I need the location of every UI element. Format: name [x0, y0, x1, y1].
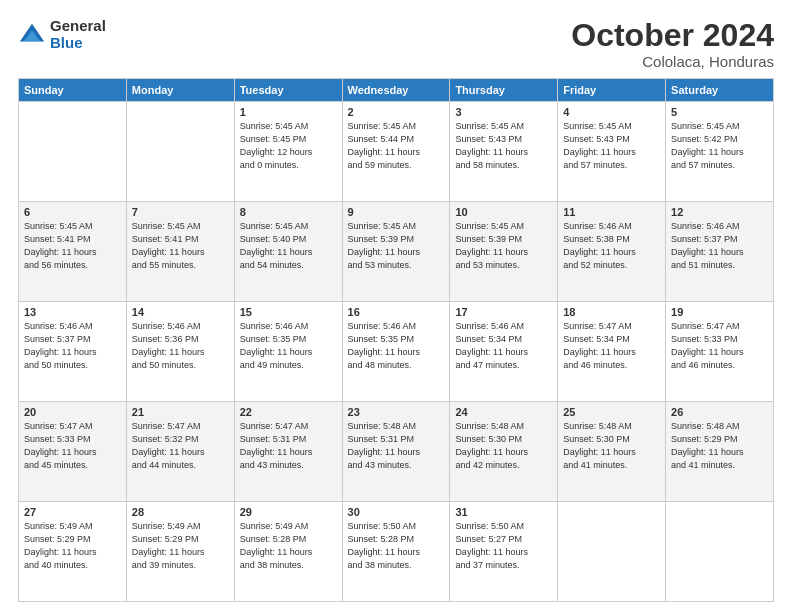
day-number: 2 [348, 106, 445, 118]
title-block: October 2024 Cololaca, Honduras [571, 18, 774, 70]
calendar-cell: 16Sunrise: 5:46 AMSunset: 5:35 PMDayligh… [342, 302, 450, 402]
day-number: 18 [563, 306, 660, 318]
day-number: 10 [455, 206, 552, 218]
location: Cololaca, Honduras [571, 53, 774, 70]
calendar-cell [126, 102, 234, 202]
header-friday: Friday [558, 79, 666, 102]
day-info: Sunrise: 5:49 AMSunset: 5:28 PMDaylight:… [240, 520, 337, 572]
day-info: Sunrise: 5:48 AMSunset: 5:30 PMDaylight:… [455, 420, 552, 472]
day-info: Sunrise: 5:45 AMSunset: 5:44 PMDaylight:… [348, 120, 445, 172]
calendar-cell [19, 102, 127, 202]
day-number: 11 [563, 206, 660, 218]
calendar-cell: 8Sunrise: 5:45 AMSunset: 5:40 PMDaylight… [234, 202, 342, 302]
calendar-cell: 15Sunrise: 5:46 AMSunset: 5:35 PMDayligh… [234, 302, 342, 402]
day-info: Sunrise: 5:50 AMSunset: 5:27 PMDaylight:… [455, 520, 552, 572]
day-number: 14 [132, 306, 229, 318]
logo: General Blue [18, 18, 106, 51]
day-number: 5 [671, 106, 768, 118]
calendar-cell: 2Sunrise: 5:45 AMSunset: 5:44 PMDaylight… [342, 102, 450, 202]
day-info: Sunrise: 5:47 AMSunset: 5:31 PMDaylight:… [240, 420, 337, 472]
day-number: 25 [563, 406, 660, 418]
calendar-cell: 30Sunrise: 5:50 AMSunset: 5:28 PMDayligh… [342, 502, 450, 602]
calendar-cell: 27Sunrise: 5:49 AMSunset: 5:29 PMDayligh… [19, 502, 127, 602]
calendar-cell: 31Sunrise: 5:50 AMSunset: 5:27 PMDayligh… [450, 502, 558, 602]
day-number: 30 [348, 506, 445, 518]
day-info: Sunrise: 5:48 AMSunset: 5:30 PMDaylight:… [563, 420, 660, 472]
calendar-cell [558, 502, 666, 602]
day-info: Sunrise: 5:47 AMSunset: 5:32 PMDaylight:… [132, 420, 229, 472]
calendar-cell: 14Sunrise: 5:46 AMSunset: 5:36 PMDayligh… [126, 302, 234, 402]
calendar-cell: 12Sunrise: 5:46 AMSunset: 5:37 PMDayligh… [666, 202, 774, 302]
day-info: Sunrise: 5:47 AMSunset: 5:33 PMDaylight:… [24, 420, 121, 472]
day-info: Sunrise: 5:47 AMSunset: 5:33 PMDaylight:… [671, 320, 768, 372]
calendar-cell: 28Sunrise: 5:49 AMSunset: 5:29 PMDayligh… [126, 502, 234, 602]
day-number: 1 [240, 106, 337, 118]
calendar-cell: 5Sunrise: 5:45 AMSunset: 5:42 PMDaylight… [666, 102, 774, 202]
day-info: Sunrise: 5:50 AMSunset: 5:28 PMDaylight:… [348, 520, 445, 572]
day-number: 12 [671, 206, 768, 218]
day-number: 31 [455, 506, 552, 518]
calendar-cell: 6Sunrise: 5:45 AMSunset: 5:41 PMDaylight… [19, 202, 127, 302]
day-number: 21 [132, 406, 229, 418]
calendar-week-2: 6Sunrise: 5:45 AMSunset: 5:41 PMDaylight… [19, 202, 774, 302]
page: General Blue October 2024 Cololaca, Hond… [0, 0, 792, 612]
day-info: Sunrise: 5:46 AMSunset: 5:35 PMDaylight:… [348, 320, 445, 372]
header-thursday: Thursday [450, 79, 558, 102]
day-info: Sunrise: 5:45 AMSunset: 5:43 PMDaylight:… [455, 120, 552, 172]
header-tuesday: Tuesday [234, 79, 342, 102]
day-number: 6 [24, 206, 121, 218]
calendar-cell: 11Sunrise: 5:46 AMSunset: 5:38 PMDayligh… [558, 202, 666, 302]
day-info: Sunrise: 5:46 AMSunset: 5:37 PMDaylight:… [671, 220, 768, 272]
calendar-cell: 25Sunrise: 5:48 AMSunset: 5:30 PMDayligh… [558, 402, 666, 502]
calendar-cell: 7Sunrise: 5:45 AMSunset: 5:41 PMDaylight… [126, 202, 234, 302]
calendar-week-5: 27Sunrise: 5:49 AMSunset: 5:29 PMDayligh… [19, 502, 774, 602]
calendar-cell: 10Sunrise: 5:45 AMSunset: 5:39 PMDayligh… [450, 202, 558, 302]
calendar-week-3: 13Sunrise: 5:46 AMSunset: 5:37 PMDayligh… [19, 302, 774, 402]
calendar-cell: 29Sunrise: 5:49 AMSunset: 5:28 PMDayligh… [234, 502, 342, 602]
day-info: Sunrise: 5:45 AMSunset: 5:45 PMDaylight:… [240, 120, 337, 172]
day-info: Sunrise: 5:46 AMSunset: 5:35 PMDaylight:… [240, 320, 337, 372]
header-saturday: Saturday [666, 79, 774, 102]
month-title: October 2024 [571, 18, 774, 53]
day-info: Sunrise: 5:46 AMSunset: 5:38 PMDaylight:… [563, 220, 660, 272]
calendar-cell: 21Sunrise: 5:47 AMSunset: 5:32 PMDayligh… [126, 402, 234, 502]
day-number: 24 [455, 406, 552, 418]
day-number: 3 [455, 106, 552, 118]
day-info: Sunrise: 5:45 AMSunset: 5:39 PMDaylight:… [348, 220, 445, 272]
header-monday: Monday [126, 79, 234, 102]
calendar-cell: 4Sunrise: 5:45 AMSunset: 5:43 PMDaylight… [558, 102, 666, 202]
calendar-cell: 18Sunrise: 5:47 AMSunset: 5:34 PMDayligh… [558, 302, 666, 402]
calendar-cell: 26Sunrise: 5:48 AMSunset: 5:29 PMDayligh… [666, 402, 774, 502]
day-number: 20 [24, 406, 121, 418]
day-number: 28 [132, 506, 229, 518]
day-number: 17 [455, 306, 552, 318]
day-info: Sunrise: 5:45 AMSunset: 5:43 PMDaylight:… [563, 120, 660, 172]
calendar-cell [666, 502, 774, 602]
day-info: Sunrise: 5:45 AMSunset: 5:40 PMDaylight:… [240, 220, 337, 272]
calendar-table: Sunday Monday Tuesday Wednesday Thursday… [18, 78, 774, 602]
header: General Blue October 2024 Cololaca, Hond… [18, 18, 774, 70]
day-number: 9 [348, 206, 445, 218]
day-number: 29 [240, 506, 337, 518]
calendar-cell: 19Sunrise: 5:47 AMSunset: 5:33 PMDayligh… [666, 302, 774, 402]
weekday-header-row: Sunday Monday Tuesday Wednesday Thursday… [19, 79, 774, 102]
logo-blue-text: Blue [50, 35, 106, 52]
calendar-cell: 17Sunrise: 5:46 AMSunset: 5:34 PMDayligh… [450, 302, 558, 402]
day-number: 23 [348, 406, 445, 418]
calendar-cell: 13Sunrise: 5:46 AMSunset: 5:37 PMDayligh… [19, 302, 127, 402]
day-info: Sunrise: 5:48 AMSunset: 5:31 PMDaylight:… [348, 420, 445, 472]
calendar-cell: 9Sunrise: 5:45 AMSunset: 5:39 PMDaylight… [342, 202, 450, 302]
day-number: 15 [240, 306, 337, 318]
header-sunday: Sunday [19, 79, 127, 102]
day-number: 26 [671, 406, 768, 418]
day-info: Sunrise: 5:49 AMSunset: 5:29 PMDaylight:… [132, 520, 229, 572]
day-info: Sunrise: 5:49 AMSunset: 5:29 PMDaylight:… [24, 520, 121, 572]
day-info: Sunrise: 5:46 AMSunset: 5:37 PMDaylight:… [24, 320, 121, 372]
day-info: Sunrise: 5:46 AMSunset: 5:34 PMDaylight:… [455, 320, 552, 372]
logo-general-text: General [50, 18, 106, 35]
day-info: Sunrise: 5:45 AMSunset: 5:42 PMDaylight:… [671, 120, 768, 172]
calendar-week-4: 20Sunrise: 5:47 AMSunset: 5:33 PMDayligh… [19, 402, 774, 502]
day-number: 13 [24, 306, 121, 318]
day-info: Sunrise: 5:45 AMSunset: 5:41 PMDaylight:… [24, 220, 121, 272]
day-number: 7 [132, 206, 229, 218]
